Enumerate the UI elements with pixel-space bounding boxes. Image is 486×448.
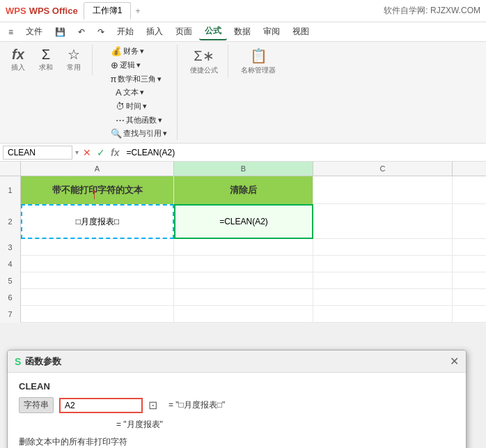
- cell-b4[interactable]: [174, 256, 313, 272]
- cell-b6[interactable]: [174, 289, 313, 306]
- formula-confirm-icon[interactable]: ✓: [95, 147, 107, 158]
- formula-bar: ▾ ✕ ✓ fx: [0, 144, 486, 162]
- arrow-indicator: ↑: [91, 185, 98, 203]
- cell-c4[interactable]: [313, 256, 453, 272]
- cell-b7[interactable]: [174, 306, 313, 323]
- table-row: 6: [0, 289, 486, 306]
- ribbon-text-button[interactable]: A 文本 ▾: [111, 86, 166, 99]
- dialog-desc-main: 删除文本中的所有非打印字符: [19, 436, 455, 448]
- ribbon-time-button[interactable]: ⏱ 时间 ▾: [111, 100, 166, 113]
- wps-icon: WPS: [6, 6, 26, 16]
- lookup-arrow: ▾: [163, 129, 167, 138]
- menu-file[interactable]: 文件: [20, 24, 48, 40]
- formula-icons: ✕ ✓ fx: [81, 147, 120, 158]
- ribbon-insert-group: fx 插入 Σ 求和 ☆ 常用: [6, 45, 93, 75]
- table-row: 2 □月度报表□ =CLEAN(A2) ↑: [0, 204, 486, 239]
- cell-c2[interactable]: [313, 204, 453, 239]
- ribbon-finance-button[interactable]: 💰 财务 ▾: [107, 45, 166, 58]
- time-arrow: ▾: [143, 102, 147, 111]
- menu-undo[interactable]: ↶: [72, 25, 91, 39]
- ribbon-name-group: 📋 名称管理器: [237, 45, 285, 78]
- cell-c3[interactable]: [313, 239, 453, 256]
- ribbon-logic-button[interactable]: ⊕ 逻辑 ▾: [107, 59, 166, 72]
- param-expand-icon[interactable]: ⊡: [148, 399, 157, 412]
- formula-cancel-icon[interactable]: ✕: [81, 147, 93, 158]
- name-box[interactable]: [3, 146, 72, 160]
- menu-insert[interactable]: 插入: [141, 24, 168, 40]
- ribbon-category-col1: 💰 财务 ▾ ⊕ 逻辑 ▾ π 数学和三角 ▾: [107, 45, 166, 86]
- quickformula-label: 便捷公式: [190, 65, 218, 75]
- menu-review[interactable]: 审阅: [258, 24, 285, 40]
- ribbon: fx 插入 Σ 求和 ☆ 常用 💰 财务 ▾ ⊕ 逻辑 ▾: [0, 42, 486, 144]
- logic-label: 逻辑: [120, 60, 135, 70]
- ribbon-common-button[interactable]: ☆ 常用: [61, 45, 86, 75]
- cell-c1[interactable]: [313, 176, 453, 204]
- cell-b5[interactable]: [174, 272, 313, 289]
- menu-save-icon[interactable]: 💾: [49, 25, 71, 39]
- spreadsheet: A B C 1 带不能打印字符的文本 清除后 2 □月度报表□ =CLEAN(A…: [0, 162, 486, 323]
- fx-icon: fx: [12, 47, 24, 61]
- name-box-dropdown[interactable]: ▾: [75, 148, 79, 156]
- row-num-3: 3: [0, 239, 21, 256]
- corner-cell: [0, 162, 21, 176]
- col-header-a[interactable]: A: [21, 162, 174, 176]
- namemanager-icon: 📋: [250, 47, 267, 64]
- formula-input[interactable]: [123, 146, 483, 159]
- ribbon-mathtrig-button[interactable]: π 数学和三角 ▾: [107, 72, 166, 86]
- menu-redo[interactable]: ↷: [92, 25, 110, 39]
- ribbon-category-col3: 🔍 查找与引用 ▾: [107, 127, 171, 140]
- mathtrig-label: 数学和三角: [118, 74, 156, 84]
- document-tab[interactable]: 工作簿1: [84, 2, 132, 20]
- menu-start[interactable]: 开始: [111, 24, 139, 40]
- cell-a5[interactable]: [21, 272, 174, 289]
- dialog-func-name: CLEAN: [19, 381, 455, 392]
- menu-formula[interactable]: 公式: [199, 23, 227, 40]
- ribbon-sum-button[interactable]: Σ 求和: [33, 45, 58, 75]
- ribbon-namemanager-button[interactable]: 📋 名称管理器: [237, 45, 280, 78]
- row-num-6: 6: [0, 289, 21, 306]
- cell-a4[interactable]: [21, 256, 174, 272]
- dialog-close-button[interactable]: ✕: [450, 355, 459, 368]
- namemanager-label: 名称管理器: [241, 65, 276, 75]
- menu-page[interactable]: 页面: [170, 24, 198, 40]
- dialog-title: 函数参数: [25, 355, 61, 368]
- time-icon: ⏱: [116, 101, 125, 111]
- cell-a6[interactable]: [21, 289, 174, 306]
- menu-hamburger[interactable]: ≡: [3, 25, 19, 39]
- ribbon-morefunc-button[interactable]: ⋯ 其他函数 ▾: [111, 114, 166, 127]
- cell-a2[interactable]: □月度报表□: [21, 204, 174, 239]
- cell-b1[interactable]: 清除后: [174, 176, 313, 204]
- menu-data[interactable]: 数据: [228, 24, 256, 40]
- param-input[interactable]: [59, 398, 143, 413]
- sigma-icon: Σ: [42, 47, 50, 61]
- ribbon-category-group: 💰 财务 ▾ ⊕ 逻辑 ▾ π 数学和三角 ▾ A 文本 ▾ ⏱: [101, 45, 178, 140]
- menubar: ≡ 文件 💾 ↶ ↷ 开始 插入 页面 公式 数据 审阅 视图: [0, 22, 486, 42]
- ribbon-lookup-button[interactable]: 🔍 查找与引用 ▾: [107, 127, 171, 140]
- morefunc-label: 其他函数: [126, 115, 157, 125]
- ribbon-quick-group: Σ∗ 便捷公式: [186, 45, 228, 78]
- common-label: 常用: [67, 63, 81, 72]
- ribbon-fx-button[interactable]: fx 插入: [6, 45, 31, 75]
- row-num-4: 4: [0, 256, 21, 272]
- col-header-b[interactable]: B: [174, 162, 313, 176]
- col-header-c[interactable]: C: [313, 162, 453, 176]
- row-num-7: 7: [0, 306, 21, 323]
- mathtrig-icon: π: [111, 74, 117, 84]
- cell-a7[interactable]: [21, 306, 174, 323]
- function-params-dialog: S 函数参数 ✕ CLEAN 字符串 ⊡ = "□月度报表□" = "月度报表"…: [7, 350, 467, 448]
- formula-fx-icon[interactable]: fx: [109, 147, 120, 158]
- ribbon-quickformula-button[interactable]: Σ∗ 便捷公式: [186, 45, 222, 78]
- cell-c5[interactable]: [313, 272, 453, 289]
- table-row: 5: [0, 272, 486, 289]
- cell-b3[interactable]: [174, 239, 313, 256]
- dialog-app-icon: S: [15, 356, 21, 367]
- add-tab-button[interactable]: +: [135, 6, 140, 16]
- menu-view[interactable]: 视图: [287, 24, 315, 40]
- cell-c6[interactable]: [313, 289, 453, 306]
- dialog-result-line: = "月度报表": [116, 419, 455, 431]
- cell-b2[interactable]: =CLEAN(A2): [174, 204, 313, 239]
- cell-b1-value: 清除后: [230, 184, 257, 196]
- cell-c7[interactable]: [313, 306, 453, 323]
- app-logo: WPS WPS Office: [6, 6, 78, 16]
- cell-a3[interactable]: [21, 239, 174, 256]
